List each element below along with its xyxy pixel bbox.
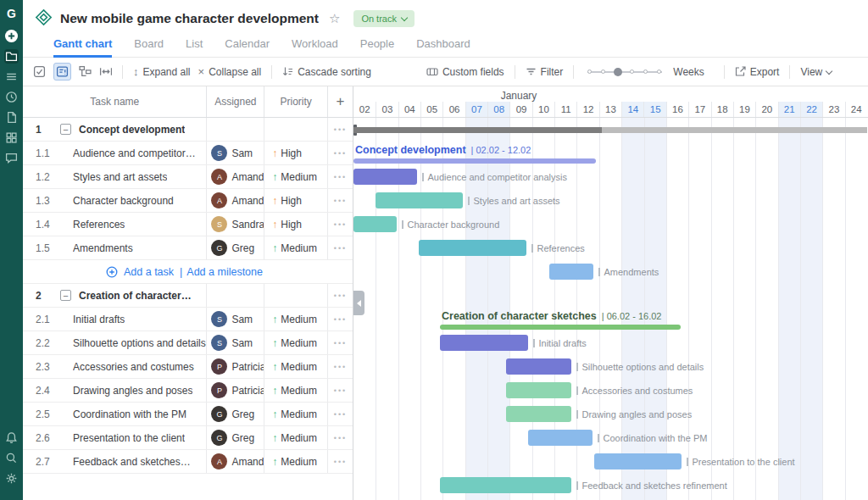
select-tasks-icon[interactable] [33, 65, 46, 78]
row-menu-button[interactable]: ••• [327, 426, 353, 449]
search-icon[interactable] [4, 451, 19, 465]
table-row[interactable]: 1.4ReferencesSSandra↑High••• [23, 213, 353, 236]
gantt-view-tool-icon[interactable] [53, 63, 71, 81]
table-row[interactable]: 2.3Accessories and costumesPPatricia↑Med… [23, 355, 353, 379]
table-row[interactable]: 1.3Character backgroundAAmanda↑High••• [23, 189, 353, 213]
clock-icon[interactable] [4, 90, 19, 104]
row-menu-button[interactable]: ••• [327, 284, 353, 307]
table-row[interactable]: 2.1Initial draftsSSam↑Medium••• [23, 308, 353, 331]
task-bar[interactable] [506, 358, 571, 375]
date-cell: 11 [554, 102, 576, 117]
table-row[interactable]: 1.1Audience and competitor…SSam↑High••• [23, 142, 353, 165]
row-menu-button[interactable]: ••• [327, 379, 353, 402]
priority-cell: ↑Medium [264, 403, 327, 425]
status-badge[interactable]: On track [353, 10, 415, 27]
row-menu-button[interactable]: ••• [327, 331, 353, 354]
timeline-zoom-slider[interactable] [587, 67, 662, 77]
add-milestone-link[interactable]: Add a milestone [186, 266, 263, 278]
cascade-sorting-button[interactable]: Cascade sorting [282, 66, 371, 78]
row-menu-button[interactable]: ••• [327, 308, 353, 331]
hierarchy-icon[interactable] [79, 65, 92, 78]
table-row[interactable]: 2.5Coordination with the PMGGreg↑Medium•… [23, 403, 353, 426]
progress-tick[interactable] [576, 363, 578, 371]
table-row[interactable]: 2−Creation of character…••• [23, 284, 353, 308]
plus-circle-icon[interactable] [4, 29, 19, 43]
tab-board[interactable]: Board [134, 37, 164, 55]
tab-dashboard[interactable]: Dashboard [416, 37, 470, 55]
row-menu-button[interactable]: ••• [327, 189, 353, 212]
export-button[interactable]: Export [735, 66, 780, 78]
folder-icon[interactable] [4, 49, 19, 64]
table-row[interactable]: 1−Concept development••• [23, 118, 353, 142]
list-icon[interactable] [4, 69, 19, 84]
group-bar-label[interactable]: Creation of character sketches| 06.02 - … [442, 310, 661, 322]
resize-columns-icon[interactable] [99, 65, 112, 78]
task-bar[interactable] [506, 406, 571, 422]
row-menu-button[interactable]: ••• [327, 118, 353, 141]
progress-tick[interactable] [598, 434, 599, 442]
app-logo[interactable]: G [7, 7, 16, 20]
collapse-panel-handle[interactable] [353, 291, 364, 315]
progress-tick[interactable] [576, 481, 578, 490]
row-menu-button[interactable]: ••• [327, 142, 353, 164]
tab-calendar[interactable]: Calendar [225, 37, 270, 55]
progress-tick[interactable] [576, 410, 578, 419]
add-task-link[interactable]: Add a task [124, 266, 174, 278]
row-menu-button[interactable]: ••• [327, 236, 353, 259]
row-menu-button[interactable]: ••• [327, 450, 353, 473]
table-row[interactable]: 1.5AmendmentsGGreg↑Medium••• [23, 236, 353, 260]
day-gridline [711, 118, 712, 500]
task-bar[interactable] [440, 477, 571, 493]
project-progress-bar[interactable] [353, 127, 602, 133]
progress-tick[interactable] [533, 339, 535, 347]
task-bar[interactable] [419, 240, 526, 256]
progress-tick[interactable] [598, 268, 600, 276]
row-menu-button[interactable]: ••• [327, 165, 353, 188]
task-bar[interactable] [549, 264, 593, 280]
collapse-group-button[interactable]: − [60, 124, 71, 135]
task-bar[interactable] [440, 335, 528, 351]
table-row[interactable]: 2.2Silhouette options and detailsSSam↑Me… [23, 331, 353, 355]
custom-fields-button[interactable]: Custom fields [426, 66, 504, 78]
favorite-star-icon[interactable]: ☆ [329, 11, 340, 26]
row-menu-button[interactable]: ••• [327, 213, 353, 236]
gear-icon[interactable] [4, 471, 19, 486]
table-row[interactable]: 2.4Drawing angles and posesPPatricia↑Med… [23, 379, 353, 403]
task-bar[interactable] [594, 453, 682, 469]
task-bar[interactable] [353, 169, 417, 185]
view-menu-button[interactable]: View [800, 66, 832, 78]
progress-tick[interactable] [576, 386, 578, 395]
group-summary-bar[interactable] [440, 325, 681, 330]
tab-workload[interactable]: Workload [292, 37, 338, 55]
tab-list[interactable]: List [186, 37, 203, 55]
filter-button[interactable]: Filter [526, 66, 564, 78]
progress-tick[interactable] [402, 220, 403, 229]
tab-people[interactable]: People [360, 37, 394, 55]
chat-icon[interactable] [4, 151, 19, 165]
table-row[interactable]: 2.6Presentation to the clientGGreg↑Mediu… [23, 426, 353, 450]
tab-gantt-chart[interactable]: Gantt chart [53, 37, 112, 58]
task-bar[interactable] [353, 216, 397, 232]
gantt-chart: January 02030405060708091011121314151617… [353, 86, 868, 500]
bell-icon[interactable] [4, 431, 19, 445]
progress-tick[interactable] [422, 173, 424, 181]
expand-all-button[interactable]: ↕ Expand all [133, 65, 191, 78]
progress-tick[interactable] [687, 458, 688, 466]
collapse-all-button[interactable]: × Collapse all [198, 65, 262, 78]
task-bar[interactable] [506, 382, 571, 398]
progress-tick[interactable] [531, 244, 533, 253]
task-bar[interactable] [376, 192, 463, 208]
progress-tick[interactable] [468, 197, 470, 205]
group-bar-label[interactable]: Concept development| 02.02 - 12.02 [355, 144, 531, 156]
group-summary-bar[interactable] [353, 158, 596, 164]
row-menu-button[interactable]: ••• [327, 355, 353, 378]
add-column-button[interactable]: + [327, 86, 353, 117]
table-row[interactable]: 2.7Feedback and sketches…AAmanda↑Medium•… [23, 450, 353, 474]
collapse-group-button[interactable]: − [60, 290, 71, 301]
grid-icon[interactable] [4, 131, 19, 145]
document-icon[interactable] [4, 110, 19, 125]
row-menu-button[interactable]: ••• [327, 403, 353, 425]
task-bar[interactable] [528, 430, 593, 446]
table-row[interactable]: 1.2Styles and art assetsAAmanda↑Medium••… [23, 165, 353, 189]
project-remaining-bar[interactable] [602, 127, 867, 133]
